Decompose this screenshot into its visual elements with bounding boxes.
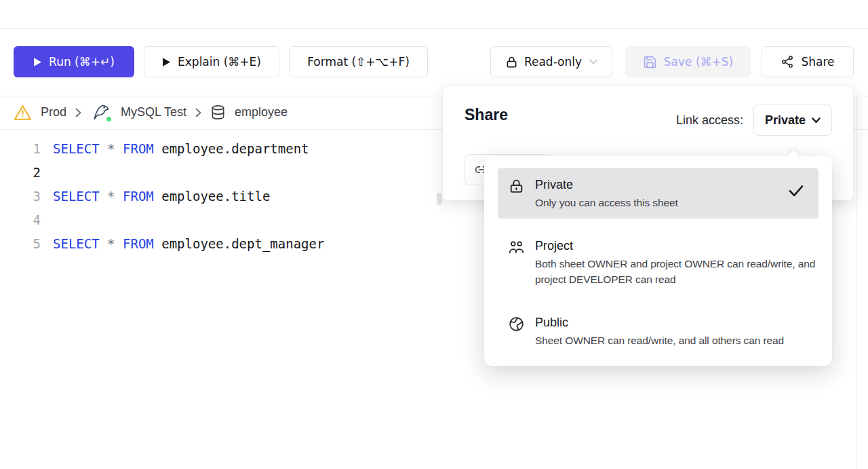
database-icon [210, 105, 226, 120]
code-text: SELECT * FROM employee.department [53, 141, 309, 156]
code-line[interactable]: 2 [0, 160, 324, 184]
menu-item-title: Project [535, 238, 816, 255]
line-number: 3 [0, 189, 41, 204]
right-panel-divider [856, 96, 856, 469]
format-button-label: Format (⇧+⌥+F) [307, 55, 410, 69]
chevron-right-icon [75, 108, 81, 117]
format-button[interactable]: Format (⇧+⌥+F) [289, 46, 428, 77]
lock-icon [505, 56, 518, 69]
code-line[interactable]: 4 [0, 208, 324, 231]
explain-button[interactable]: Explain (⌘+E) [144, 46, 279, 77]
globe-icon [507, 315, 525, 333]
menu-item-description: Both sheet OWNER and project OWNER can r… [535, 256, 816, 287]
link-access-value: Private [765, 113, 806, 128]
share-button-label: Share [801, 55, 834, 69]
menu-item-title: Public [535, 314, 816, 331]
line-number: 1 [0, 141, 41, 156]
run-button-label: Run (⌘+↵) [49, 55, 115, 69]
code-line[interactable]: 3SELECT * FROM employee.title [0, 184, 324, 208]
readonly-mode-dropdown[interactable]: Read-only [490, 46, 612, 77]
sql-editor[interactable]: 1SELECT * FROM employee.department23SELE… [0, 136, 324, 255]
code-text: SELECT * FROM employee.dept_manager [53, 236, 324, 251]
save-button[interactable]: Save (⌘+S) [625, 46, 751, 77]
share-popover-title: Share [465, 106, 508, 124]
code-text: SELECT * FROM employee.title [53, 189, 270, 204]
menu-item-project[interactable]: ProjectBoth sheet OWNER and project OWNE… [498, 229, 818, 295]
link-access-dropdown[interactable]: Private [753, 105, 832, 136]
chevron-down-icon [589, 59, 597, 64]
menu-item-private[interactable]: PrivateOnly you can access this sheet [498, 168, 818, 219]
warning-triangle-icon [14, 105, 32, 121]
run-button[interactable]: Run (⌘+↵) [14, 46, 134, 77]
menu-item-public[interactable]: PublicSheet OWNER can read/write, and al… [498, 306, 818, 356]
share-icon [781, 55, 794, 69]
line-number: 2 [0, 165, 41, 180]
instance-status-dot [105, 115, 113, 123]
breadcrumb-environment[interactable]: Prod [41, 105, 66, 119]
readonly-label: Read-only [524, 55, 582, 69]
mysql-dolphin-icon [90, 102, 112, 123]
chevron-right-icon [195, 108, 201, 117]
share-button[interactable]: Share [762, 46, 854, 77]
breadcrumb-instance[interactable]: MySQL Test [121, 105, 186, 119]
breadcrumb-database[interactable]: employee [235, 105, 288, 119]
check-icon [789, 185, 804, 200]
breadcrumb: Prod MySQL Test employee [14, 96, 288, 128]
link-access-menu: PrivateOnly you can access this sheetPro… [484, 156, 832, 366]
line-number: 4 [0, 212, 41, 227]
link-access-label: Link access: [676, 113, 743, 128]
menu-item-description: Sheet OWNER can read/write, and all othe… [535, 333, 816, 348]
menu-item-description: Only you can access this sheet [535, 195, 816, 210]
play-icon [162, 57, 171, 67]
explain-button-label: Explain (⌘+E) [178, 55, 261, 69]
save-button-label: Save (⌘+S) [664, 55, 733, 69]
header-divider [0, 28, 868, 29]
users-icon [507, 238, 525, 256]
editor-scrollbar-thumb[interactable] [437, 193, 442, 205]
code-line[interactable]: 5SELECT * FROM employee.dept_manager [0, 231, 324, 255]
save-icon [643, 55, 657, 69]
lock-icon [507, 177, 525, 195]
chevron-down-icon [812, 117, 821, 124]
play-icon [33, 57, 42, 67]
line-number: 5 [0, 236, 41, 251]
code-line[interactable]: 1SELECT * FROM employee.department [0, 136, 324, 160]
menu-item-title: Private [535, 176, 816, 193]
